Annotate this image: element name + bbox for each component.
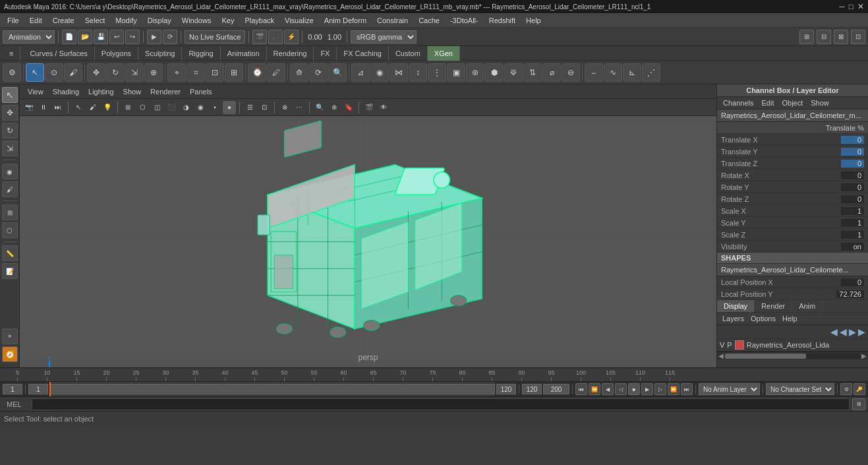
sculpt-lt[interactable]: 🖌 <box>2 181 18 197</box>
sy-value[interactable]: 1 <box>841 219 864 227</box>
mode-select[interactable]: Animation <box>3 30 55 44</box>
tz-value[interactable]: 0 <box>841 160 864 168</box>
tool6-btn[interactable]: ⇅ <box>523 63 542 82</box>
paint-select-btn[interactable]: 🖌 <box>64 63 82 82</box>
transform-rotate-btn[interactable]: ↻ <box>106 63 125 82</box>
anim-layer-select[interactable]: No Anim Layer <box>699 383 760 395</box>
renderer-menu[interactable]: Renderer <box>146 87 185 96</box>
layer-arrow-right2[interactable]: ▶ <box>858 326 865 337</box>
vis-value[interactable]: on <box>841 243 864 251</box>
panels-menu[interactable]: Panels <box>186 87 216 96</box>
layout-btn2[interactable]: ⊟ <box>817 30 831 44</box>
lasso-tool-btn[interactable]: ⊙ <box>45 63 63 82</box>
vp-select-btn[interactable]: ↖ <box>72 101 85 114</box>
layout-btn1[interactable]: ⊞ <box>799 30 814 44</box>
shelf-tab-fx[interactable]: FX <box>314 46 337 61</box>
scroll-left[interactable]: ◀ <box>718 352 724 359</box>
tool3-btn[interactable]: ⊛ <box>466 63 484 82</box>
vp-xray-btn[interactable]: ⋯ <box>293 101 306 114</box>
display-tab[interactable]: Display <box>717 300 755 312</box>
redo-btn[interactable]: ↪ <box>125 30 140 44</box>
shelf-tab-sculpting[interactable]: Sculpting <box>138 46 182 61</box>
shelf-tab-rendering[interactable]: Rendering <box>267 46 314 61</box>
menu-item-file[interactable]: File <box>3 15 24 26</box>
go-start-btn[interactable]: ⏮ <box>575 383 587 395</box>
menu-item-redshift[interactable]: Redshift <box>484 15 520 26</box>
end-frame-input[interactable] <box>543 384 569 394</box>
colorspace-select[interactable]: sRGB gamma <box>351 30 417 44</box>
tool1-btn[interactable]: ⋮ <box>428 63 446 82</box>
sym-btn[interactable]: ⋈ <box>390 63 408 82</box>
cmd-options-btn[interactable]: ⊞ <box>852 398 865 410</box>
undo-btn[interactable]: ↩ <box>109 30 124 44</box>
vp-tex-btn[interactable]: ⬛ <box>165 101 178 114</box>
viewport[interactable]: View Shading Lighting Show Renderer Pane… <box>20 84 716 367</box>
end-frame-display[interactable] <box>522 384 542 394</box>
annotate-lt[interactable]: 📝 <box>2 263 18 279</box>
snap-point-btn[interactable]: ⊡ <box>206 63 224 82</box>
cmd-language-label[interactable]: MEL <box>3 400 29 408</box>
tool5-btn[interactable]: ⟱ <box>504 63 523 82</box>
camera-rotate-btn[interactable]: ⟳ <box>309 63 328 82</box>
vp-wireframe-btn[interactable]: ⬡ <box>136 101 149 114</box>
save-file-btn[interactable]: 💾 <box>94 30 108 44</box>
viewport-content[interactable]: persp Y X Z <box>20 116 716 367</box>
options-menu[interactable]: Options <box>748 314 778 323</box>
channels-menu[interactable]: Channels <box>720 98 757 108</box>
vp-cam-settings[interactable]: 🔍 <box>313 101 326 114</box>
show-menu[interactable]: Show <box>119 87 146 96</box>
maximize-button[interactable]: □ <box>849 2 854 11</box>
shelf-tab-curves--surfaces[interactable]: Curves / Surfaces <box>23 46 94 61</box>
view-menu[interactable]: View <box>24 87 47 96</box>
transform-move-btn[interactable]: ✥ <box>87 63 105 82</box>
settings-btn[interactable]: ⚙ <box>3 63 21 82</box>
layer-color-swatch[interactable] <box>735 340 744 350</box>
tool2-btn[interactable]: ▣ <box>447 63 465 82</box>
layer-v-label[interactable]: V <box>720 341 724 349</box>
play-fwd-btn[interactable]: ▶ <box>641 383 653 395</box>
layer-arrow-right[interactable]: ▶ <box>849 326 856 337</box>
help-menu[interactable]: Help <box>780 314 800 323</box>
vp-pivot[interactable]: ⊕ <box>328 101 341 114</box>
shelf-tab-xgen[interactable]: XGen <box>428 46 460 61</box>
snap-grid-btn[interactable]: ⌖ <box>167 63 186 82</box>
vp-camera-btn[interactable]: 📷 <box>22 101 36 114</box>
shelf-tab-fx-caching[interactable]: FX Caching <box>337 46 388 61</box>
camera-zoom-btn[interactable]: 🔍 <box>328 63 347 82</box>
step-fwd-btn[interactable]: ⏩ <box>668 383 680 395</box>
menu-item-playback[interactable]: Playback <box>240 15 279 26</box>
vp-stereo[interactable]: 👁 <box>377 101 390 114</box>
no-live-surface-btn[interactable]: No Live Surface <box>185 30 245 44</box>
attr-paint-btn[interactable]: 🖊 <box>267 63 285 82</box>
tool4-btn[interactable]: ⬢ <box>485 63 504 82</box>
play-back-btn[interactable]: ◁ <box>615 383 627 395</box>
universal-manip-btn[interactable]: ⊕ <box>144 63 163 82</box>
menu-item-create[interactable]: Create <box>48 15 79 26</box>
char-set-select[interactable]: No Character Set <box>766 383 834 395</box>
3d-widget-lt[interactable]: 🧭 <box>2 346 18 362</box>
menu-item-display[interactable]: Display <box>143 15 176 26</box>
start-frame-input[interactable] <box>28 384 48 394</box>
layer-arrow-left2[interactable]: ◀ <box>840 326 847 337</box>
vp-bookmark[interactable]: 🔖 <box>342 101 355 114</box>
vp-active[interactable]: ● <box>223 101 236 114</box>
layer-scrollbar[interactable]: ◀ ▶ <box>717 352 868 359</box>
vp-isolate-btn[interactable]: ⊗ <box>278 101 291 114</box>
tool7-btn[interactable]: ⌀ <box>542 63 561 82</box>
rz-value[interactable]: 0 <box>841 195 864 203</box>
range-start-input[interactable] <box>496 384 516 394</box>
vp-gate-btn[interactable]: ⊡ <box>258 101 271 114</box>
vp-render-icon[interactable]: 🎬 <box>362 101 376 114</box>
layer-p-label[interactable]: P <box>727 341 732 349</box>
layers-menu[interactable]: Layers <box>720 314 747 323</box>
object-menu[interactable]: Object <box>778 98 806 108</box>
layout-btn4[interactable]: ⊡ <box>851 30 865 44</box>
menu-item-visualize[interactable]: Visualize <box>280 15 318 26</box>
vp-shading-btn[interactable]: ◑ <box>179 101 192 114</box>
auto-key-btn[interactable]: 🔑 <box>854 383 865 395</box>
new-file-btn[interactable]: 📄 <box>62 30 76 44</box>
scroll-thumb[interactable] <box>725 354 806 359</box>
ry-value[interactable]: 0 <box>841 183 864 191</box>
timeline-ruler[interactable]: 5101520253035404550556065707580859095100… <box>0 368 868 382</box>
vp-shadow-btn[interactable]: ▪ <box>208 101 221 114</box>
